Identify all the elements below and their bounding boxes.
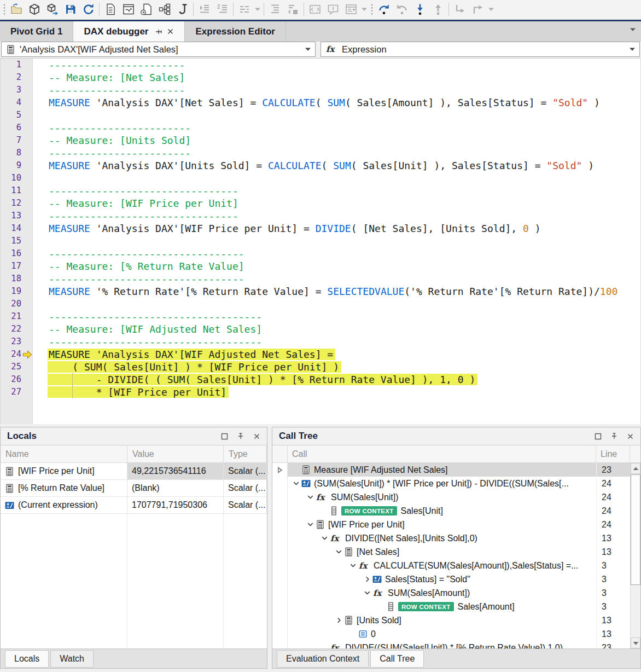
locals-name-cell[interactable]: [% Return Rate Value] xyxy=(1,480,127,496)
call-cell[interactable]: ROW CONTEXTSales[Amount] xyxy=(288,600,596,613)
locals-row[interactable]: [% Return Rate Value](Blank)Scalar (... xyxy=(1,480,267,497)
panel-splitter[interactable] xyxy=(267,427,272,669)
step-over-button[interactable] xyxy=(375,1,393,18)
call-tree-row[interactable]: ROW CONTEXTSales[Amount]3 xyxy=(272,600,630,613)
call-cell[interactable]: [Net Sales] xyxy=(288,545,596,559)
call-cell[interactable]: fxCALCULATE(SUM(Sales[Amount]),Sales[Sta… xyxy=(288,559,596,572)
pin-icon[interactable] xyxy=(155,28,162,36)
maximize-icon[interactable] xyxy=(595,433,602,440)
new-script-button[interactable] xyxy=(101,1,119,18)
chevron-down-icon[interactable] xyxy=(362,589,372,597)
scrollbar-thumb[interactable] xyxy=(631,474,640,585)
call-tree-row[interactable]: 013 xyxy=(272,627,630,641)
pin-icon[interactable] xyxy=(610,432,618,440)
tab-dax-debugger[interactable]: DAX debugger xyxy=(73,21,185,42)
column-header-name[interactable]: Name xyxy=(1,445,127,462)
call-tree-row[interactable]: [Net Sales]13 xyxy=(272,545,630,559)
locals-value-cell[interactable]: (Blank) xyxy=(127,480,224,496)
call-cell[interactable]: 0 xyxy=(288,627,596,641)
locals-row[interactable]: (Current expression)1707791,71950306Scal… xyxy=(1,497,267,514)
locals-name-cell[interactable]: (Current expression) xyxy=(1,497,127,513)
page-export-button[interactable] xyxy=(137,1,155,18)
locals-type-cell[interactable]: Scalar (... xyxy=(224,463,267,479)
call-cell[interactable]: Measure [WIF Adjusted Net Sales] xyxy=(288,463,596,477)
report-designer-button[interactable] xyxy=(119,1,137,18)
pin-icon[interactable] xyxy=(237,432,244,440)
chevron-right-icon[interactable] xyxy=(362,575,372,583)
locals-tab-locals[interactable]: Locals xyxy=(5,650,49,668)
locals-type-cell[interactable]: Scalar (... xyxy=(224,480,267,496)
locals-type-cell[interactable]: Scalar (... xyxy=(224,497,267,513)
call-cell[interactable]: fxSUM(Sales[Unit]) xyxy=(288,490,596,504)
call-tree-tab-call-tree[interactable]: Call Tree xyxy=(370,650,424,668)
scrollbar[interactable] xyxy=(630,463,640,648)
locals-value-cell[interactable]: 49,2215736541116 xyxy=(127,463,224,479)
close-icon[interactable] xyxy=(167,28,174,35)
save-button[interactable] xyxy=(61,1,79,18)
call-tree-row[interactable]: [Units Sold]13 xyxy=(272,613,630,627)
model-button[interactable] xyxy=(25,1,43,18)
chevron-down-icon[interactable] xyxy=(348,561,358,570)
scroll-down-icon[interactable] xyxy=(631,638,640,648)
svg-text:fx: fx xyxy=(330,644,340,649)
call-tree-row[interactable]: [WIF Price per Unit]24 xyxy=(272,518,630,531)
call-cell[interactable]: fxDIVIDE([Net Sales],[Units Sold],0) xyxy=(288,531,596,545)
locals-row[interactable]: [WIF Price per Unit]49,2215736541116Scal… xyxy=(1,463,267,480)
expression-selector[interactable]: fx Expression xyxy=(320,42,640,57)
indent-guide xyxy=(72,373,73,386)
call-tree-row[interactable]: fxDIVIDE([Net Sales],[Units Sold],0)13 xyxy=(272,531,630,545)
call-tree-row[interactable]: Measure [WIF Adjusted Net Sales]23 xyxy=(272,463,630,477)
tab-overflow-caret-icon[interactable] xyxy=(630,28,636,31)
chevron-down-icon[interactable] xyxy=(319,534,330,542)
call-tree-row[interactable]: fxSUM(Sales[Unit])24 xyxy=(272,490,630,504)
call-cell[interactable]: fxSUM(Sales[Amount]) xyxy=(288,586,596,600)
toolbar-grip[interactable] xyxy=(369,3,375,16)
call-cell[interactable]: [Units Sold] xyxy=(288,613,596,627)
locals-tab-watch[interactable]: Watch xyxy=(50,650,94,668)
call-tree-row[interactable]: fxCALCULATE(SUM(Sales[Amount]),Sales[Sta… xyxy=(272,559,630,572)
scrollbar-track[interactable] xyxy=(631,586,640,638)
code-editor[interactable]: 1-----------------------2-- Measure: [Ne… xyxy=(0,59,641,424)
chevron-down-icon[interactable] xyxy=(630,48,635,51)
row-indicator-cell xyxy=(272,477,288,490)
column-header-type[interactable]: Type xyxy=(224,445,267,462)
call-cell[interactable]: Sales[Status] = "Sold" xyxy=(288,572,596,586)
call-cell[interactable]: [WIF Price per Unit] xyxy=(288,518,596,531)
call-tree-tab-evaluation-context[interactable]: Evaluation Context xyxy=(277,650,369,668)
toolbar-grip[interactable] xyxy=(1,3,7,16)
tab-expression-editor[interactable]: Expression Editor xyxy=(185,21,285,42)
code-line: 9MEASURE 'Analysis DAX'[Units Sold] = CA… xyxy=(1,159,640,172)
call-cell[interactable]: (SUM(Sales[Unit]) * [WIF Price per Unit]… xyxy=(288,477,596,490)
step-into-button[interactable] xyxy=(411,1,429,18)
calculator-icon xyxy=(6,45,15,54)
locals-value-cell[interactable]: 1707791,71950306 xyxy=(127,497,224,513)
call-tree-row[interactable]: Sales[Status] = "Sold"3 xyxy=(272,572,630,586)
measure-selector[interactable]: 'Analysis DAX'[WIF Adjusted Net Sales] xyxy=(1,42,316,57)
column-header-value[interactable]: Value xyxy=(127,445,224,462)
call-tree-row[interactable]: ROW CONTEXTSales[Unit]24 xyxy=(272,504,630,518)
close-icon[interactable] xyxy=(627,433,634,440)
maximize-icon[interactable] xyxy=(221,433,228,440)
close-icon[interactable] xyxy=(253,433,260,440)
chevron-down-icon[interactable] xyxy=(334,548,344,556)
call-cell[interactable]: fxDIVIDE((SUM(Sales[Unit]) * [% Return R… xyxy=(288,641,596,648)
tab-pivot-grid-1[interactable]: Pivot Grid 1 xyxy=(0,21,73,42)
code-line: 1----------------------- xyxy=(1,59,640,71)
code-line: 22-- Measure: [WIF Adjusted Net Sales] xyxy=(1,323,640,335)
refresh-button[interactable] xyxy=(79,1,97,18)
chevron-down-icon[interactable] xyxy=(291,479,301,488)
chevron-down-icon[interactable] xyxy=(305,520,316,529)
chevron-down-icon[interactable] xyxy=(305,48,311,51)
hierarchy-button[interactable] xyxy=(155,1,173,18)
call-tree-row[interactable]: (SUM(Sales[Unit]) * [WIF Price per Unit]… xyxy=(272,477,630,490)
chevron-down-icon[interactable] xyxy=(305,493,316,501)
deploy-model-button[interactable] xyxy=(43,1,61,18)
format-dax-button[interactable] xyxy=(173,1,191,18)
call-tree-row[interactable]: fxDIVIDE((SUM(Sales[Unit]) * [% Return R… xyxy=(272,641,630,648)
call-cell[interactable]: ROW CONTEXTSales[Unit] xyxy=(288,504,596,518)
locals-name-cell[interactable]: [WIF Price per Unit] xyxy=(1,463,127,479)
chevron-right-icon[interactable] xyxy=(334,616,344,624)
call-tree-row[interactable]: fxSUM(Sales[Amount])3 xyxy=(272,586,630,600)
open-file-button[interactable] xyxy=(7,1,25,18)
scroll-up-icon[interactable] xyxy=(631,463,640,474)
